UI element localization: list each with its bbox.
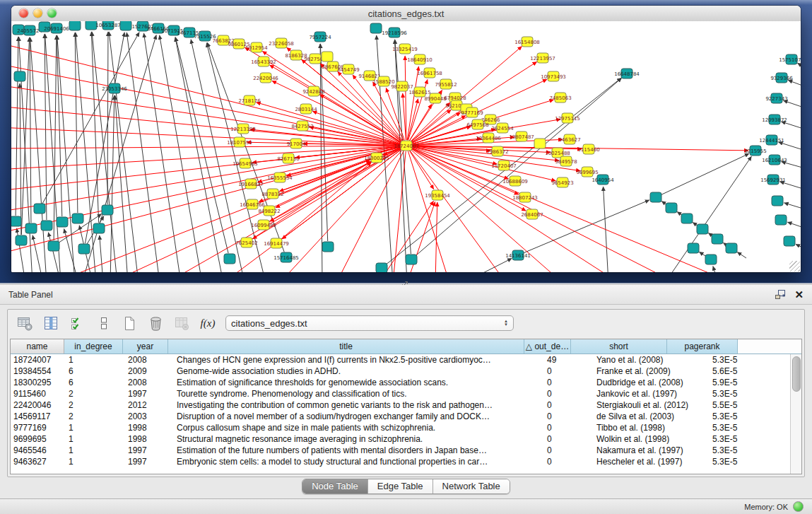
graph-node[interactable]: 16648784 xyxy=(614,69,640,78)
network-canvas-svg[interactable]: 2405572420691406106532871527602846616010… xyxy=(11,21,801,272)
graph-node[interactable] xyxy=(784,236,795,246)
table-row[interactable]: 969969511998Structural magnetic resonanc… xyxy=(11,433,791,445)
network-window[interactable]: citations_edges.txt 24055724206914061065… xyxy=(11,6,801,272)
graph-node[interactable] xyxy=(322,242,334,252)
graph-node[interactable] xyxy=(102,205,113,215)
graph-node[interactable] xyxy=(34,204,45,214)
graph-node[interactable]: 16154808 xyxy=(514,37,540,47)
graph-node[interactable] xyxy=(681,214,693,223)
graph-node[interactable]: 7625402 xyxy=(235,238,257,247)
graph-node[interactable]: 10973493 xyxy=(541,71,566,81)
graph-node[interactable] xyxy=(370,23,382,33)
new-table-icon[interactable] xyxy=(121,315,138,332)
select-column-icon[interactable] xyxy=(42,315,59,332)
graph-node[interactable] xyxy=(57,217,68,227)
graph-node[interactable]: 15720407 xyxy=(491,160,517,170)
table-row[interactable]: 977716911998Corpus callosum shape and si… xyxy=(11,422,791,433)
graph-node[interactable]: 19218596 xyxy=(382,28,407,37)
graph-node[interactable] xyxy=(697,224,708,234)
column-header-year[interactable]: year xyxy=(123,339,168,354)
graph-node[interactable] xyxy=(666,203,677,213)
close-panel-icon[interactable]: ✕ xyxy=(794,290,804,300)
graph-node[interactable]: 15751074 xyxy=(779,54,801,64)
graph-node[interactable]: 20364486 xyxy=(476,133,501,143)
graph-node[interactable] xyxy=(376,263,387,272)
graph-node[interactable] xyxy=(48,241,59,251)
table-row[interactable]: 1938455462009Genome-wide association stu… xyxy=(11,366,791,377)
table-row[interactable]: 1830029562008Estimation of significance … xyxy=(11,377,791,388)
graph-node[interactable] xyxy=(772,196,783,206)
graph-node[interactable]: 9115460 xyxy=(577,144,599,154)
graph-node[interactable]: 19358454 xyxy=(425,190,450,200)
delete-table-icon[interactable] xyxy=(147,315,164,332)
graph-node[interactable]: 7957224 xyxy=(309,32,331,42)
table-row[interactable]: 1872400712008Changes of HCN gene express… xyxy=(11,354,791,366)
network-canvas[interactable]: 2405572420691406106532871527602846616010… xyxy=(11,21,801,272)
table-row[interactable]: 1456911722003Disruption of a novel membe… xyxy=(11,411,791,422)
window-minimize-button[interactable] xyxy=(33,8,42,18)
graph-node[interactable]: 2803144 xyxy=(295,104,317,114)
graph-node[interactable]: 12213399 xyxy=(230,124,256,134)
graph-node[interactable]: 16355554 xyxy=(267,173,293,182)
graph-node[interactable]: 8267130 xyxy=(277,153,299,163)
graph-node[interactable] xyxy=(16,235,27,245)
graph-node[interactable] xyxy=(25,223,37,233)
graph-node[interactable]: 9699695 xyxy=(576,167,598,177)
graph-node[interactable] xyxy=(712,234,723,244)
float-panel-icon[interactable] xyxy=(775,289,786,300)
graph-node[interactable]: 12975115 xyxy=(555,113,580,123)
graph-node[interactable] xyxy=(11,216,21,226)
graph-node[interactable]: 7955812 xyxy=(435,79,457,89)
graph-node[interactable]: 9654923 xyxy=(551,177,573,187)
graph-node[interactable]: 9242848 xyxy=(302,86,324,96)
graph-node[interactable]: 12213957 xyxy=(530,53,555,63)
window-close-button[interactable] xyxy=(19,8,28,18)
graph-node[interactable]: 7485063 xyxy=(549,93,571,103)
table-settings-icon[interactable] xyxy=(16,315,33,332)
column-header-short[interactable]: short xyxy=(571,339,667,354)
graph-node[interactable]: 9463627 xyxy=(558,134,580,144)
table-row[interactable]: 911546021997Tourette syndrome. Phenomeno… xyxy=(11,388,791,399)
column-checklist-icon[interactable] xyxy=(69,315,86,332)
graph-node[interactable] xyxy=(726,243,737,253)
table-row[interactable]: 2242004622012Investigating the contribut… xyxy=(11,399,791,411)
graph-node[interactable]: 12444151 xyxy=(759,135,784,145)
graph-node[interactable]: 16210643 xyxy=(762,155,787,165)
graph-node[interactable]: 8878332 xyxy=(261,189,283,199)
graph-node[interactable] xyxy=(224,254,235,264)
table-row[interactable]: 946554611997Estimation of the future num… xyxy=(11,445,791,456)
graph-node[interactable] xyxy=(41,221,52,230)
column-header-title[interactable]: title xyxy=(168,339,524,354)
column-header-pagerank[interactable]: pagerank xyxy=(667,339,738,354)
graph-node[interactable] xyxy=(775,215,787,225)
tab-edge-table[interactable]: Edge Table xyxy=(368,479,433,493)
graph-node[interactable]: 19654965 xyxy=(233,158,258,168)
graph-node[interactable]: 16914479 xyxy=(264,238,289,248)
canvas-resize-grip[interactable] xyxy=(789,261,800,271)
graph-node[interactable]: 15692931 xyxy=(760,175,786,185)
graph-node[interactable]: 9329366 xyxy=(770,73,793,83)
graph-node[interactable] xyxy=(650,192,661,202)
graph-node[interactable] xyxy=(120,21,131,30)
graph-node[interactable] xyxy=(406,255,417,264)
tab-network-table[interactable]: Network Table xyxy=(433,479,510,493)
graph-node[interactable]: 10653287 xyxy=(95,21,121,30)
network-window-titlebar[interactable]: citations_edges.txt xyxy=(11,6,801,22)
column-header-in-degree[interactable]: in_degree xyxy=(64,339,123,354)
graph-node[interactable]: 16961758 xyxy=(417,68,442,78)
column-header-out-de-[interactable]: △ out_de… xyxy=(524,339,571,354)
window-zoom-button[interactable] xyxy=(47,8,57,18)
graph-node[interactable]: 22420046 xyxy=(253,73,278,83)
graph-node[interactable]: 18640910 xyxy=(407,54,433,64)
graph-node[interactable] xyxy=(93,223,105,233)
table-row[interactable]: 946362711997Embryonic stem cells: a mode… xyxy=(11,456,791,467)
graph-node[interactable] xyxy=(14,71,25,81)
row-height-icon[interactable] xyxy=(95,315,112,332)
graph-node[interactable]: 1640954 xyxy=(592,175,614,185)
tab-node-table[interactable]: Node Table xyxy=(302,479,368,493)
scrollbar-thumb[interactable] xyxy=(792,356,801,392)
graph-node[interactable] xyxy=(705,255,717,264)
graph-node[interactable]: 10807487 xyxy=(509,132,534,141)
graph-node[interactable]: 15716485 xyxy=(273,252,299,262)
column-header-name[interactable]: name xyxy=(11,339,64,354)
